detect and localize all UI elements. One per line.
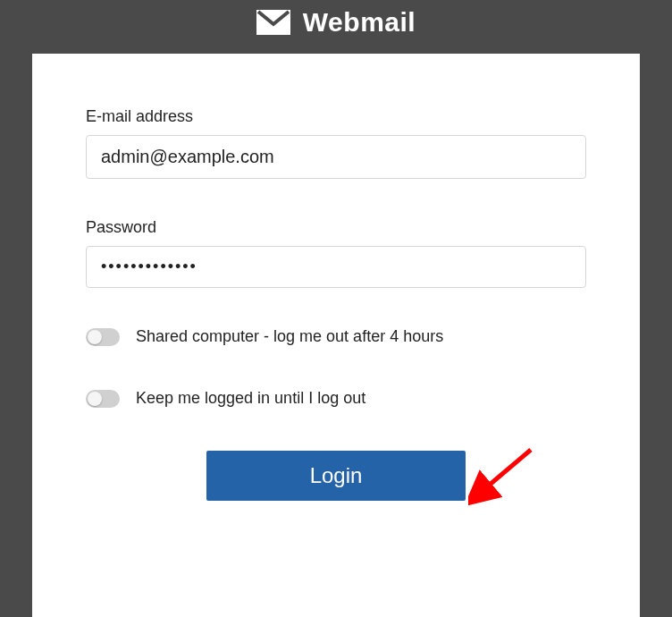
mail-icon <box>256 10 290 35</box>
keep-logged-in-toggle[interactable] <box>86 390 120 408</box>
app-header: Webmail <box>0 0 672 54</box>
password-label: Password <box>86 218 586 237</box>
keep-logged-in-row: Keep me logged in until I log out <box>86 389 586 408</box>
arrow-annotation-icon <box>468 443 540 505</box>
keep-logged-in-label: Keep me logged in until I log out <box>136 389 365 408</box>
svg-line-2 <box>484 450 531 489</box>
login-card: E-mail address Password Shared computer … <box>32 54 640 617</box>
app-title: Webmail <box>303 7 416 38</box>
password-group: Password <box>86 218 586 288</box>
password-input[interactable] <box>86 246 586 288</box>
shared-computer-label: Shared computer - log me out after 4 hou… <box>136 327 443 346</box>
email-input[interactable] <box>86 135 586 179</box>
shared-computer-row: Shared computer - log me out after 4 hou… <box>86 327 586 346</box>
shared-computer-toggle[interactable] <box>86 328 120 346</box>
email-group: E-mail address <box>86 107 586 179</box>
login-button[interactable]: Login <box>206 451 466 501</box>
email-label: E-mail address <box>86 107 586 126</box>
login-options: Shared computer - log me out after 4 hou… <box>86 327 586 408</box>
